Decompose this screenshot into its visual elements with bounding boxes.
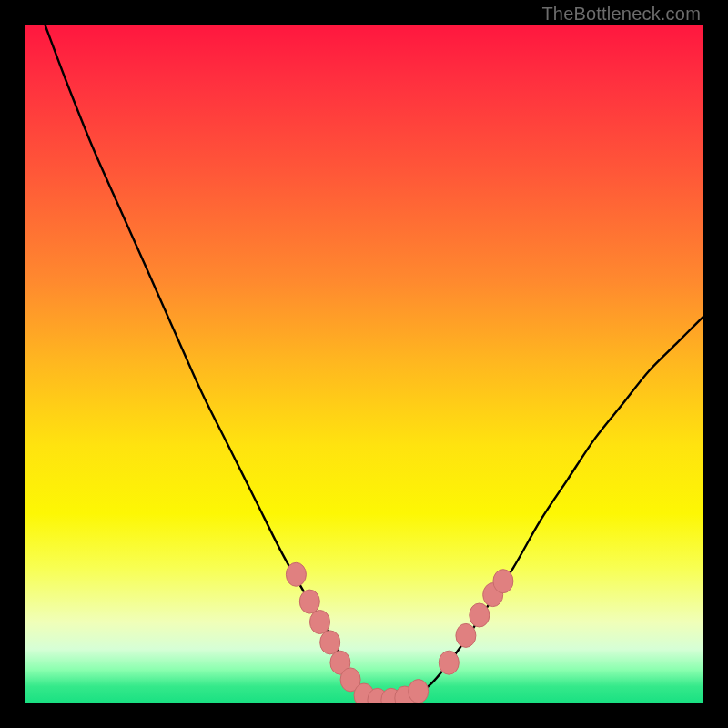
chart-marker [310, 611, 330, 634]
chart-marker [320, 631, 340, 654]
chart-marker [409, 680, 429, 703]
chart-marker [470, 603, 490, 627]
chart-marker [493, 570, 513, 593]
chart-frame: TheBottleneck.com [0, 0, 728, 728]
chart-marker [439, 651, 459, 674]
chart-marker [286, 562, 306, 586]
bottleneck-curve [45, 25, 703, 703]
watermark-text: TheBottleneck.com [541, 4, 701, 25]
chart-plot-area [25, 25, 703, 703]
chart-marker [299, 590, 319, 613]
chart-overlay [25, 25, 703, 703]
chart-markers [286, 562, 513, 703]
chart-marker [456, 623, 476, 647]
